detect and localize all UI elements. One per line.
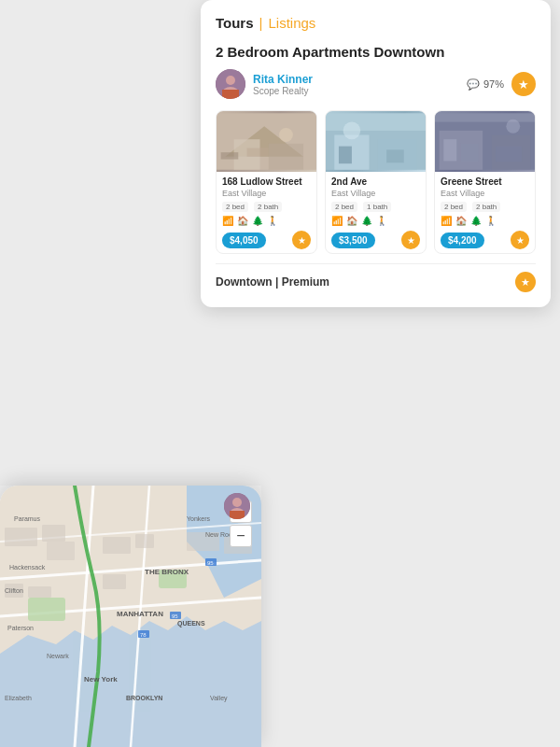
tree-icon-2: 🌲 (361, 216, 372, 226)
svg-rect-7 (269, 144, 303, 170)
section-footer: Downtown | Premium ★ (216, 263, 536, 292)
tree-icon: 🌲 (252, 216, 263, 226)
svg-rect-42 (103, 537, 131, 554)
map-user-avatar (224, 493, 250, 519)
svg-point-25 (506, 120, 520, 134)
svg-rect-22 (443, 139, 456, 161)
listing-image-2 (326, 111, 426, 172)
amenity-row-1: 📶 🏠 🌲 🚶 (222, 216, 311, 226)
svg-text:BROOKLYN: BROOKLYN (126, 695, 162, 701)
tree-icon-3: 🌲 (470, 216, 482, 226)
price-row-1: $4,050 ★ (222, 231, 311, 249)
wifi-icon-2: 📶 (331, 216, 343, 226)
listings-grid: 168 Ludlow Street East Village 2 bed 2 b… (216, 110, 536, 254)
listing-info-1: 168 Ludlow Street East Village 2 bed 2 b… (217, 172, 316, 253)
listing-info-2: 2nd Ave East Village 2 bed 1 bath 📶 🏠 🌲 … (326, 172, 426, 253)
agent-company: Scope Realty (253, 86, 459, 96)
svg-rect-16 (339, 147, 352, 164)
svg-text:Valley: Valley (210, 695, 228, 702)
svg-text:Elizabeth: Elizabeth (5, 695, 32, 701)
svg-rect-39 (42, 525, 65, 542)
svg-text:95: 95 (207, 560, 214, 566)
svg-text:THE BRONX: THE BRONX (145, 568, 189, 576)
svg-point-15 (343, 122, 361, 140)
price-row-2: $3,500 ★ (331, 231, 420, 249)
bed-bath-1: 2 bed 2 bath (222, 202, 311, 212)
svg-point-27 (232, 498, 242, 507)
footer-text: Downtown | Premium (216, 275, 329, 289)
listing-card-3[interactable]: Greene Street East Village 2 bed 2 bath … (434, 110, 536, 254)
svg-text:Clifton: Clifton (5, 587, 23, 594)
map-view[interactable]: Paramus Yonkers New Rochelle Hackensack … (0, 486, 261, 747)
favorite-button-2[interactable]: ★ (401, 231, 420, 249)
agent-row: Rita Kinner Scope Realty 💬 97% ★ (216, 69, 536, 99)
map-header (224, 493, 250, 519)
svg-text:Newark: Newark (47, 653, 69, 659)
listing-area-2: East Village (331, 189, 420, 198)
svg-text:Hackensack: Hackensack (9, 564, 46, 571)
wifi-icon-3: 📶 (441, 216, 452, 226)
svg-text:QUEENS: QUEENS (177, 620, 205, 627)
footer-favorite-button[interactable]: ★ (515, 272, 536, 292)
favorite-button-1[interactable]: ★ (292, 231, 311, 249)
person-icon: 🚶 (267, 216, 278, 226)
wifi-icon: 📶 (222, 216, 233, 226)
svg-point-1 (226, 76, 235, 85)
tab-listings[interactable]: Listings (268, 15, 315, 31)
bed-bath-3: 2 bed 2 bath (441, 202, 529, 212)
svg-rect-3 (222, 90, 239, 99)
svg-rect-44 (103, 574, 126, 589)
amenity-row-2: 📶 🏠 🌲 🚶 (331, 216, 420, 226)
listing-image-1 (217, 111, 316, 172)
tab-tours[interactable]: Tours (216, 15, 254, 31)
building-icon: 🏠 (237, 216, 248, 226)
beds-2: 2 bed (331, 202, 357, 212)
star-icon: ★ (518, 78, 529, 92)
price-button-3[interactable]: $4,200 (441, 233, 484, 248)
agent-avatar (216, 69, 245, 99)
building-icon-3: 🏠 (455, 216, 467, 226)
svg-rect-41 (28, 586, 51, 598)
person-icon-2: 🚶 (376, 216, 387, 226)
svg-rect-9 (247, 148, 269, 156)
svg-text:95: 95 (172, 613, 178, 619)
amenity-row-3: 📶 🏠 🌲 🚶 (441, 216, 529, 226)
svg-point-10 (279, 128, 293, 142)
svg-rect-24 (496, 147, 522, 162)
agent-favorite-button[interactable]: ★ (511, 72, 536, 96)
svg-rect-8 (221, 152, 239, 159)
zoom-out-button[interactable]: − (230, 525, 252, 547)
listing-area-1: East Village (222, 189, 311, 198)
price-button-2[interactable]: $3,500 (331, 233, 375, 248)
score-value: 97% (483, 78, 504, 90)
price-row-3: $4,200 ★ (441, 231, 529, 249)
listing-address-2: 2nd Ave (331, 176, 420, 188)
agent-name[interactable]: Rita Kinner (253, 73, 459, 86)
listing-area-3: East Village (441, 189, 529, 198)
svg-rect-23 (461, 144, 479, 162)
person-icon-3: 🚶 (485, 216, 497, 226)
listing-address-3: Greene Street (441, 176, 529, 188)
map-panel: Paramus Yonkers New Rochelle Hackensack … (0, 486, 261, 747)
svg-text:Yonkers: Yonkers (187, 515, 211, 522)
listing-info-3: Greene Street East Village 2 bed 2 bath … (435, 172, 535, 253)
listing-image-3 (435, 111, 535, 172)
baths-1: 2 bath (254, 202, 282, 212)
agent-info: Rita Kinner Scope Realty (253, 73, 459, 96)
svg-text:78: 78 (140, 632, 147, 638)
listing-card-2[interactable]: 2nd Ave East Village 2 bed 1 bath 📶 🏠 🌲 … (325, 110, 427, 254)
baths-3: 2 bath (472, 202, 500, 212)
bed-bath-2: 2 bed 1 bath (331, 202, 420, 212)
svg-rect-43 (135, 534, 154, 548)
svg-rect-36 (28, 598, 65, 621)
svg-rect-17 (386, 149, 404, 162)
agent-score: 💬 97% (467, 78, 504, 91)
svg-rect-38 (5, 528, 37, 546)
tab-divider: | (259, 15, 263, 31)
beds-1: 2 bed (222, 202, 248, 212)
listing-card-1[interactable]: 168 Ludlow Street East Village 2 bed 2 b… (216, 110, 317, 254)
favorite-button-3[interactable]: ★ (511, 231, 529, 249)
price-button-1[interactable]: $4,050 (222, 233, 266, 248)
building-icon-2: 🏠 (346, 216, 357, 226)
svg-text:New York: New York (84, 675, 118, 684)
